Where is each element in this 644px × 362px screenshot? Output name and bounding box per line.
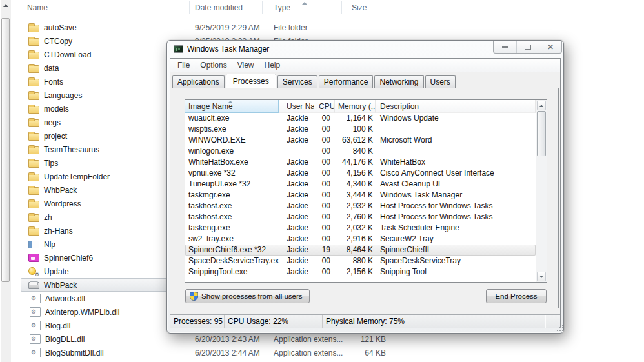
tab-networking[interactable]: Networking — [374, 75, 423, 88]
file-row[interactable]: zh-Hans — [21, 224, 169, 237]
menu-item[interactable]: Options — [195, 59, 232, 71]
status-panel: CPU Usage: 22% — [225, 315, 323, 328]
process-row[interactable]: SnippingTool.exe Jackie 00 2,156 K Snipp… — [185, 266, 536, 277]
scrollbar-thumb[interactable] — [537, 111, 546, 156]
file-row[interactable]: Tips — [21, 156, 169, 170]
folder-icon — [28, 52, 39, 59]
process-memory: 4,156 K — [335, 168, 376, 179]
menu-item[interactable]: File — [172, 59, 195, 71]
file-row[interactable]: Update — [21, 265, 169, 278]
window-client-area: File Options View Help Applications Proc… — [170, 58, 561, 328]
file-row[interactable]: CTDownLoad — [21, 48, 169, 61]
file-row[interactable]: WhbPack — [21, 278, 169, 292]
process-row[interactable]: TuneupUI.exe *32 Jackie 00 4,340 K Avast… — [185, 179, 536, 190]
column-header-image-name[interactable]: Image Name — [185, 100, 279, 113]
maximize-button[interactable] — [516, 41, 539, 53]
file-row[interactable]: data — [21, 61, 169, 75]
file-row[interactable]: models — [21, 102, 169, 116]
process-row[interactable]: WhiteHatBox.exe Jackie 00 44,176 K White… — [185, 157, 536, 168]
file-row[interactable]: UpdateTempFolder — [21, 170, 169, 183]
tab-applications[interactable]: Applications — [172, 75, 225, 88]
resize-grip[interactable] — [557, 325, 558, 326]
column-header-size[interactable]: Size — [352, 3, 367, 12]
process-description: Host Process for Windows Tasks — [376, 201, 536, 212]
process-user-name: Jackie — [279, 157, 314, 168]
column-separator[interactable] — [396, 1, 396, 14]
end-process-button[interactable]: End Process — [486, 289, 547, 303]
file-row[interactable]: WhbPack — [21, 183, 169, 197]
status-bar: Processes: 95 CPU Usage: 22% Physical Me… — [170, 314, 560, 328]
column-header-memory[interactable]: Memory (... — [335, 100, 376, 113]
process-image-name: wuauclt.exe — [185, 113, 279, 124]
process-row[interactable]: taskeng.exe Jackie 00 2,032 K Task Sched… — [185, 223, 536, 234]
tab-processes[interactable]: Processes — [226, 74, 276, 88]
column-separator[interactable] — [341, 1, 342, 14]
folder-icon — [28, 174, 39, 181]
file-row[interactable]: TeamThesaurus — [21, 143, 169, 156]
file-row[interactable]: negs — [21, 116, 169, 129]
process-memory: 3,444 K — [335, 190, 376, 201]
file-row[interactable]: AxInterop.WMPLib.dll — [21, 305, 169, 319]
process-memory: 2,156 K — [335, 266, 376, 277]
tab-services[interactable]: Services — [277, 75, 317, 88]
file-row[interactable]: Nlp — [21, 237, 169, 251]
file-detail-row: 9/25/2019 2:29 AM File folder — [0, 23, 452, 33]
file-row[interactable]: Wordpress — [21, 197, 169, 210]
file-row[interactable]: Languages — [21, 88, 169, 102]
minimize-button[interactable] — [494, 41, 516, 53]
explorer-vertical-scrollbar[interactable] — [1, 0, 11, 362]
title-bar[interactable]: Windows Task Manager ✕ — [167, 41, 563, 58]
file-row[interactable]: SpinnerChief6 — [21, 251, 169, 265]
process-row[interactable]: WINWORD.EXE Jackie 00 63,612 K Microsoft… — [185, 135, 536, 146]
column-separator[interactable] — [189, 1, 190, 14]
menu-item[interactable]: View — [232, 59, 259, 71]
file-row[interactable]: project — [21, 129, 169, 143]
process-list-scrollbar[interactable] — [536, 100, 547, 282]
arrow-up-icon — [539, 105, 543, 107]
sort-ascending-icon — [302, 2, 307, 5]
file-row[interactable]: Blog.dll — [21, 319, 169, 332]
process-row[interactable]: sw2_tray.exe Jackie 00 2,916 K SecureW2 … — [185, 234, 536, 245]
process-image-name: taskhost.exe — [185, 212, 279, 223]
column-header-type[interactable]: Type — [274, 3, 290, 12]
process-memory: 2,032 K — [335, 223, 376, 234]
bulb-icon — [28, 267, 39, 276]
scroll-up-button[interactable] — [1, 0, 11, 11]
process-row[interactable]: SpinnerChief6.exe *32 Jackie 19 8,464 K … — [185, 245, 536, 256]
process-row[interactable]: taskmgr.exe Jackie 00 3,444 K Windows Ta… — [185, 190, 536, 201]
file-row[interactable]: Adwords.dll — [21, 292, 169, 305]
close-button[interactable]: ✕ — [539, 41, 561, 53]
process-row[interactable]: taskhost.exe Jackie 00 2,932 K Host Proc… — [185, 201, 536, 212]
tab-users[interactable]: Users — [425, 75, 456, 88]
process-memory: 44,176 K — [335, 157, 376, 168]
scrollbar-thumb[interactable] — [1, 18, 10, 282]
column-header-user-name[interactable]: User Name — [279, 100, 314, 113]
window-controls: ✕ — [493, 41, 562, 54]
task-manager-window: Windows Task Manager ✕ File Options View… — [166, 40, 564, 334]
process-user-name: Jackie — [279, 245, 314, 256]
process-cpu: 00 — [314, 168, 335, 179]
process-description: Host Process for Windows Tasks — [376, 212, 536, 223]
column-header-description[interactable]: Description — [376, 100, 536, 113]
process-row[interactable]: wisptis.exe Jackie 00 100 K — [185, 124, 536, 135]
show-all-users-button[interactable]: Show processes from all users — [185, 289, 310, 303]
process-row[interactable]: wuauclt.exe Jackie 00 1,164 K Windows Up… — [185, 113, 536, 124]
process-row[interactable]: winlogon.exe 00 840 K — [185, 146, 536, 157]
file-name: data — [44, 64, 59, 73]
file-name: Update — [44, 267, 69, 276]
scroll-down-button[interactable] — [537, 272, 546, 281]
process-row[interactable]: taskhost.exe Jackie 00 2,760 K Host Proc… — [185, 212, 536, 223]
tab-performance[interactable]: Performance — [319, 75, 374, 88]
scroll-up-button[interactable] — [537, 101, 546, 110]
file-row[interactable]: Fonts — [21, 75, 169, 88]
column-separator[interactable] — [262, 1, 263, 14]
menu-item[interactable]: Help — [259, 59, 286, 71]
column-header-date-modified[interactable]: Date modified — [195, 3, 243, 12]
column-header-name[interactable]: Name — [27, 3, 48, 12]
process-row[interactable]: vpnui.exe *32 Jackie 00 4,156 K Cisco An… — [185, 168, 536, 179]
process-memory: 880 K — [335, 256, 376, 266]
file-row[interactable]: zh — [21, 210, 169, 224]
process-row[interactable]: SpaceDeskServiceTray.exe... Jackie 00 88… — [185, 256, 536, 266]
type-value: File folder — [274, 23, 346, 32]
column-header-cpu[interactable]: CPU — [314, 100, 335, 113]
